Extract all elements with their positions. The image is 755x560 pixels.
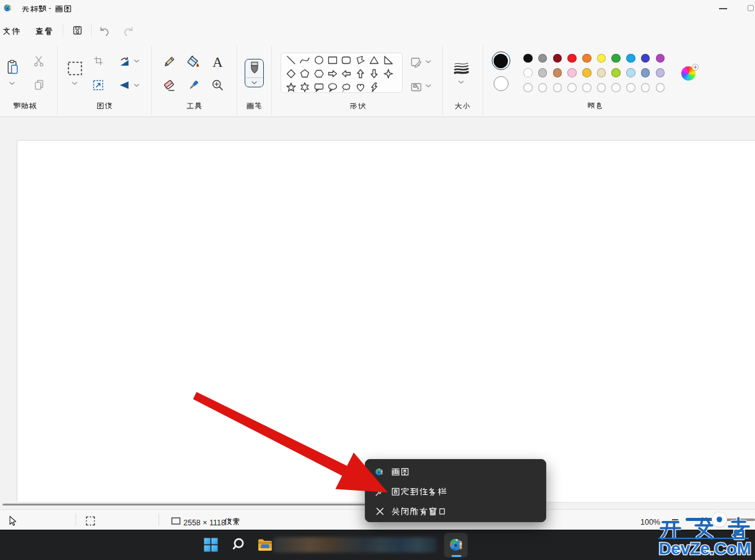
svg-text:DevZe.CoM: DevZe.CoM [659,540,751,558]
